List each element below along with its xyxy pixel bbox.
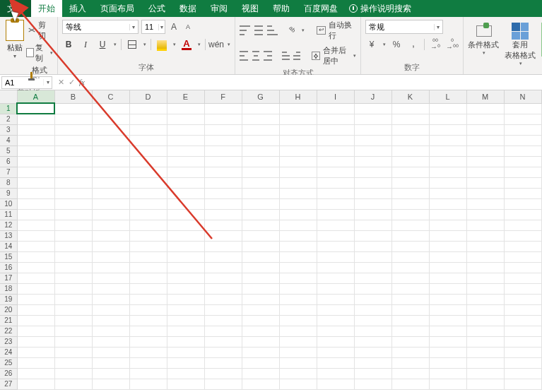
cell[interactable] xyxy=(92,294,129,304)
chevron-down-icon[interactable]: ▾ xyxy=(158,24,165,30)
row-header[interactable]: 20 xyxy=(0,304,17,315)
cell[interactable] xyxy=(54,188,92,198)
align-right-button[interactable] xyxy=(264,51,272,61)
cell[interactable] xyxy=(391,315,429,326)
row-header[interactable]: 9 xyxy=(0,188,17,198)
cell[interactable] xyxy=(466,198,504,209)
cut-button[interactable]: 剪切 xyxy=(28,20,53,41)
row-header[interactable]: 3 xyxy=(0,124,17,135)
name-box[interactable]: ▾ xyxy=(1,76,52,89)
cell[interactable] xyxy=(391,241,429,251)
cell[interactable] xyxy=(129,124,167,135)
conditional-formatting-button[interactable]: 条件格式 ▾ xyxy=(468,23,499,56)
shrink-font-button[interactable]: A xyxy=(182,20,194,34)
cell[interactable] xyxy=(92,167,129,177)
row-header[interactable]: 25 xyxy=(0,357,17,368)
cell[interactable] xyxy=(129,103,167,114)
phonetic-button[interactable]: wén xyxy=(210,38,223,51)
chevron-down-icon[interactable]: ▾ xyxy=(353,53,356,59)
tab-帮助[interactable]: 帮助 xyxy=(266,0,297,17)
tab-审阅[interactable]: 审阅 xyxy=(204,0,235,17)
cell[interactable] xyxy=(129,156,167,167)
cell[interactable] xyxy=(279,379,317,389)
cell[interactable] xyxy=(317,347,354,357)
cell[interactable] xyxy=(317,262,354,273)
cell[interactable] xyxy=(466,103,504,114)
cell[interactable] xyxy=(242,114,279,124)
cell[interactable] xyxy=(504,326,541,336)
cell[interactable] xyxy=(92,326,129,336)
row-header[interactable]: 7 xyxy=(0,167,17,177)
cell[interactable] xyxy=(466,347,504,357)
cell[interactable] xyxy=(354,209,391,220)
cell[interactable] xyxy=(504,251,541,262)
cell[interactable] xyxy=(429,209,466,220)
cell[interactable] xyxy=(92,251,129,262)
merge-center-button[interactable]: 合并后居中 ▾ xyxy=(312,45,356,66)
cell[interactable] xyxy=(354,114,391,124)
cell[interactable] xyxy=(354,315,391,326)
cell[interactable] xyxy=(54,145,92,156)
cell[interactable] xyxy=(242,368,279,379)
cell[interactable] xyxy=(92,241,129,251)
cell[interactable] xyxy=(317,220,354,230)
cell[interactable] xyxy=(279,135,317,145)
cell[interactable] xyxy=(167,304,204,315)
cell[interactable] xyxy=(92,262,129,273)
cell[interactable] xyxy=(317,167,354,177)
tab-开始[interactable]: 开始 xyxy=(31,0,62,17)
cell[interactable] xyxy=(279,198,317,209)
cell[interactable] xyxy=(92,273,129,283)
cell[interactable] xyxy=(242,198,279,209)
cell[interactable] xyxy=(92,304,129,315)
cell[interactable] xyxy=(167,145,204,156)
tab-页面布局[interactable]: 页面布局 xyxy=(93,0,141,17)
cell[interactable] xyxy=(129,145,167,156)
cell[interactable] xyxy=(504,220,541,230)
cell[interactable] xyxy=(279,103,317,114)
align-middle-button[interactable] xyxy=(254,25,264,35)
cell[interactable] xyxy=(92,230,129,241)
cell[interactable] xyxy=(429,156,466,167)
cell[interactable] xyxy=(17,304,54,315)
cell[interactable] xyxy=(391,177,429,188)
cell[interactable] xyxy=(466,241,504,251)
row-header[interactable]: 4 xyxy=(0,135,17,145)
cell[interactable] xyxy=(279,315,317,326)
cell[interactable] xyxy=(466,124,504,135)
cell[interactable] xyxy=(466,315,504,326)
cell[interactable] xyxy=(279,156,317,167)
cell[interactable] xyxy=(167,209,204,220)
cell[interactable] xyxy=(92,315,129,326)
cell[interactable] xyxy=(167,156,204,167)
cell[interactable] xyxy=(167,336,204,347)
column-header[interactable]: I xyxy=(317,90,354,103)
cell[interactable] xyxy=(317,230,354,241)
column-header[interactable]: N xyxy=(504,90,541,103)
cell[interactable] xyxy=(167,347,204,357)
cell[interactable] xyxy=(354,145,391,156)
cell[interactable] xyxy=(354,220,391,230)
cell[interactable] xyxy=(204,220,242,230)
cell[interactable] xyxy=(429,379,466,389)
orientation-button[interactable] xyxy=(288,25,297,35)
cell[interactable] xyxy=(504,379,541,389)
cell[interactable] xyxy=(354,368,391,379)
row-header[interactable]: 18 xyxy=(0,283,17,294)
cell[interactable] xyxy=(466,273,504,283)
cell[interactable] xyxy=(92,283,129,294)
cell[interactable] xyxy=(504,188,541,198)
cell[interactable] xyxy=(429,114,466,124)
select-all-corner[interactable] xyxy=(0,90,17,103)
cell[interactable] xyxy=(17,315,54,326)
cell[interactable] xyxy=(54,262,92,273)
cell[interactable] xyxy=(317,379,354,389)
cell[interactable] xyxy=(391,294,429,304)
format-as-table-button[interactable]: 套用 表格格式 ▾ xyxy=(505,23,536,66)
cell[interactable] xyxy=(429,357,466,368)
cell[interactable] xyxy=(129,167,167,177)
cell[interactable] xyxy=(391,347,429,357)
cell[interactable] xyxy=(391,124,429,135)
cell[interactable] xyxy=(504,209,541,220)
cell[interactable] xyxy=(242,315,279,326)
